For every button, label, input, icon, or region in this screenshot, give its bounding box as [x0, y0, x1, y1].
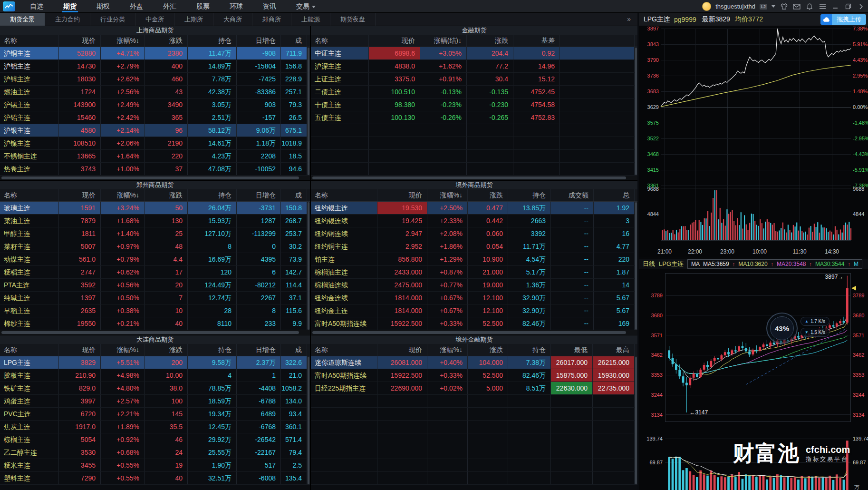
horizontal-scrollbar[interactable]: [311, 330, 637, 335]
menu-item[interactable]: 外盘: [120, 0, 153, 12]
vertical-scrollbar[interactable]: [307, 47, 310, 176]
tab-中金所[interactable]: 中金所: [135, 13, 174, 26]
menu-item[interactable]: 期权: [87, 0, 120, 12]
column-header[interactable]: 涨幅(结)↓: [420, 35, 467, 47]
table-row[interactable]: 沪铝主连14730+2.79%40014.89万-15804156.8: [0, 60, 310, 73]
table-row[interactable]: 沪深主连4838.0+1.62%77.214.96: [311, 60, 637, 73]
column-header[interactable]: [560, 35, 635, 47]
table-row[interactable]: PVC主连6720+2.21%14519.34万648993.4: [0, 408, 310, 421]
table-row[interactable]: 粳米主连3455+0.55%191.90万5172.5: [0, 459, 310, 472]
table-row[interactable]: 五债主连100.130-0.26%-0.2654752.83: [311, 111, 637, 124]
table-row[interactable]: 菜油主连7879+1.68%13015.93万1287268.7: [0, 215, 310, 227]
table-row[interactable]: 沪镍主连108510+2.06%219014.61万1.18万1018.9: [0, 137, 310, 150]
column-header[interactable]: 涨幅%↓: [427, 189, 468, 201]
table-row[interactable]: 热卷主连3743+1.00%3747.08万-1005294.6: [0, 163, 310, 176]
table-row[interactable]: 甲醇主连1811+1.40%25127.10万-113299253.7: [0, 227, 310, 240]
table-row[interactable]: 二债主连100.510-0.13%-0.1354752.45: [311, 86, 637, 98]
table-row[interactable]: 沪锌主连18030+2.62%4607.78万-7425228.9: [0, 73, 310, 86]
horizontal-scrollbar[interactable]: [0, 330, 310, 335]
column-header[interactable]: 涨幅%↓: [101, 344, 145, 356]
column-header[interactable]: 成: [281, 344, 307, 356]
column-header[interactable]: 现价: [377, 344, 427, 356]
ma-indicator-box[interactable]: MAMA5:3659↑MA10:3620↑MA20:3548↑MA30:3544…: [687, 259, 862, 269]
horizontal-scrollbar[interactable]: [0, 176, 310, 181]
menu-item[interactable]: 期货: [53, 0, 87, 12]
vertical-scrollbar[interactable]: [635, 47, 637, 176]
column-header[interactable]: 涨跌: [145, 344, 188, 356]
column-header[interactable]: 成: [281, 35, 307, 47]
table-row[interactable]: 玻璃主连1591+3.24%5026.04万-3731150.8: [0, 202, 310, 215]
table-row[interactable]: PTA主连3592+0.56%20124.49万-80212114.4: [0, 279, 310, 292]
column-header[interactable]: 持仓: [188, 344, 237, 356]
table-row[interactable]: 富时A50期指连续15922.500+0.33%52.50082.46万--16…: [311, 317, 637, 330]
table-row[interactable]: 纽约金连续1814.000+0.67%12.10032.90万--5.67: [311, 292, 637, 304]
table-row[interactable]: 纽约铜连续2.947+2.08%0.0603392--16: [311, 227, 637, 240]
vertical-scrollbar[interactable]: [307, 356, 310, 485]
table-row[interactable]: 菜籽主连5007+0.97%488030.2: [0, 240, 310, 253]
table-row[interactable]: 沪锡主连143900+2.49%34903.05万90379.3: [0, 98, 310, 111]
table-row[interactable]: 沪铅主连15460+2.42%3652.51万-15726.5: [0, 111, 310, 124]
mail-icon[interactable]: [792, 2, 801, 11]
column-header[interactable]: 总: [594, 189, 635, 201]
tab-郑商所[interactable]: 郑商所: [252, 13, 291, 26]
menu-item[interactable]: 外汇: [153, 0, 186, 12]
column-header[interactable]: 成交额: [551, 189, 594, 201]
column-header[interactable]: 持仓: [188, 35, 237, 47]
column-header[interactable]: 名称: [311, 35, 369, 47]
tab-上能源[interactable]: 上能源: [291, 13, 330, 26]
table-row[interactable]: 纯碱主连1397+0.50%712.74万226737.1: [0, 292, 310, 304]
minute-chart[interactable]: 38977.38%38435.91%37904.43%37362.95%3683…: [639, 26, 868, 257]
bell-icon[interactable]: [805, 2, 814, 11]
column-header[interactable]: 名称: [0, 35, 59, 47]
column-header[interactable]: 持仓: [508, 189, 551, 201]
username[interactable]: thsguestujxthd: [715, 3, 755, 10]
column-header[interactable]: 涨跌: [145, 189, 188, 201]
table-row[interactable]: 富时A50期指连续15922.500+0.33%52.50082.46万1587…: [311, 369, 637, 382]
table-row[interactable]: 十债主连98.380-0.23%-0.2304754.58: [311, 98, 637, 111]
column-header[interactable]: 日增仓: [237, 344, 281, 356]
menu-item[interactable]: 资讯: [253, 0, 286, 12]
column-header[interactable]: 涨幅%↓: [101, 35, 145, 47]
tab-期货夜盘[interactable]: 期货夜盘: [330, 13, 376, 26]
column-header[interactable]: 现价: [59, 189, 101, 201]
table-row[interactable]: 铂主连856.800+1.29%10.9004.54万--220: [311, 253, 637, 266]
kline-symbol[interactable]: LPG主连: [659, 260, 684, 268]
column-header[interactable]: 名称: [0, 344, 59, 356]
table-row[interactable]: 胶板主连210.90+4.98%10.004121.0: [0, 369, 310, 382]
column-header[interactable]: 涨跌: [468, 189, 508, 201]
menu-item[interactable]: 交易: [286, 0, 326, 12]
table-row[interactable]: 塑料主连7290+0.55%4032.51万-6008135.4: [0, 472, 310, 485]
column-header[interactable]: 名称: [0, 189, 59, 201]
minimize-icon[interactable]: [831, 2, 839, 11]
table-row[interactable]: 早稻主连2635+0.38%10288115.6: [0, 304, 310, 317]
table-row[interactable]: 乙二醇主连3530+0.68%2425.55万-2216779.4: [0, 446, 310, 459]
column-header[interactable]: 基差: [513, 35, 560, 47]
app-logo-icon[interactable]: [3, 1, 15, 11]
table-row[interactable]: 纽约铜主连2.952+1.86%0.05411.71万--4.77: [311, 240, 637, 253]
column-header[interactable]: 日增仓: [237, 189, 281, 201]
column-header[interactable]: 最高: [593, 344, 635, 356]
table-row[interactable]: 燃油主连1724+2.56%4342.38万-83386257.1: [0, 86, 310, 98]
column-header[interactable]: 涨幅%↓: [101, 189, 145, 201]
column-header[interactable]: 现价: [377, 189, 427, 201]
column-header[interactable]: 最低: [551, 344, 593, 356]
table-row[interactable]: 焦炭主连1917.0+1.89%35.512.45万-6768360.1: [0, 421, 310, 433]
menu-item[interactable]: 自选: [20, 0, 53, 12]
menu-list-icon[interactable]: [818, 2, 827, 11]
column-header[interactable]: 日增仓: [237, 35, 281, 47]
vertical-scrollbar[interactable]: [635, 356, 637, 485]
table-row[interactable]: LPG主连3829+5.51%2009.58万2.37万322.6: [0, 356, 310, 369]
column-header[interactable]: 涨跌: [468, 344, 508, 356]
column-header[interactable]: 现价: [59, 35, 101, 47]
vertical-scrollbar[interactable]: [635, 202, 637, 330]
table-row[interactable]: 不锈钢主连13665+1.64%2204.23万220818.5: [0, 150, 310, 163]
column-header[interactable]: 名称: [311, 344, 377, 356]
table-row[interactable]: 沪银主连4580+2.14%9658.12万9.06万675.1: [0, 124, 310, 137]
table-row[interactable]: 粳稻主连2747+0.62%171206142.7: [0, 266, 310, 279]
column-header[interactable]: 现价: [369, 35, 420, 47]
column-header[interactable]: 现价: [59, 344, 101, 356]
table-row[interactable]: 鸡蛋主连3997+2.57%10018.59万-6788134.0: [0, 395, 310, 408]
table-row[interactable]: 纽约银连续19.425+2.33%0.4422663--3: [311, 215, 637, 227]
user-avatar-icon[interactable]: [702, 2, 711, 11]
menu-item[interactable]: 环球: [220, 0, 253, 12]
